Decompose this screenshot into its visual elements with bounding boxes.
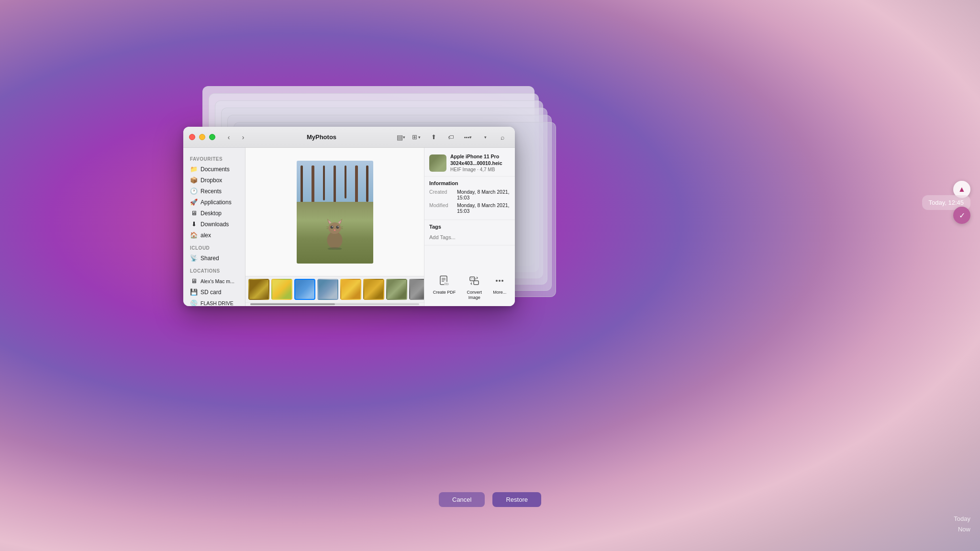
- sidebar-item-recents[interactable]: 🕐 Recents: [185, 186, 243, 197]
- documents-icon: 📁: [190, 165, 198, 173]
- share-icon: ⬆: [431, 133, 436, 141]
- restore-button[interactable]: Restore: [492, 492, 541, 507]
- view-list-button[interactable]: ▤ ▾: [394, 132, 408, 143]
- create-pdf-label: Create PDF: [433, 290, 456, 295]
- modified-value: Monday, 8 March 2021, 15:03: [457, 202, 510, 214]
- sidebar-item-shared[interactable]: 📡 Shared: [185, 253, 243, 264]
- modified-row: Modified Monday, 8 March 2021, 15:03: [429, 202, 510, 214]
- info-panel: Apple iPhone 11 Pro 3024x403...00010.hei…: [424, 148, 515, 306]
- tree-3: [323, 165, 325, 200]
- tag-button[interactable]: 🏷: [444, 132, 457, 143]
- information-section: Information Created Monday, 8 March 2021…: [424, 176, 515, 220]
- more-chevron: ▾: [469, 135, 472, 140]
- create-pdf-button[interactable]: PDF Create PDF: [431, 274, 458, 302]
- forward-button[interactable]: ›: [237, 132, 249, 143]
- svg-point-15: [327, 247, 342, 250]
- today-label: Today: [954, 515, 970, 522]
- shared-icon: 📡: [190, 254, 198, 262]
- svg-point-9: [337, 226, 338, 227]
- thumbnail-5[interactable]: [340, 279, 361, 300]
- sidebar-item-desktop[interactable]: 🖥 Desktop: [185, 208, 243, 219]
- dropbox-icon: 📦: [190, 176, 198, 184]
- search-button[interactable]: ⌕: [496, 132, 509, 143]
- minimize-button[interactable]: [199, 134, 205, 140]
- finder-window: ‹ › MyPhotos ▤ ▾ ⊞ ▾ ⬆ 🏷: [183, 127, 515, 306]
- thumbnail-2[interactable]: [271, 279, 292, 300]
- sidebar-item-label: Recents: [200, 188, 222, 195]
- trees-layer: [297, 165, 373, 207]
- modified-label: Modified: [429, 202, 457, 214]
- sidebar: Favourites 📁 Documents 📦 Dropbox 🕐 Recen…: [183, 148, 245, 306]
- sidebar-item-flashdrive[interactable]: 💿 FLASH DRIVE: [185, 298, 243, 306]
- sidebar-item-label: FLASH DRIVE: [200, 300, 234, 306]
- thumbnail-8[interactable]: [409, 279, 424, 300]
- share-button[interactable]: ⬆: [427, 132, 440, 143]
- more-actions-label: More...: [493, 290, 506, 295]
- thumbnail-7[interactable]: [386, 279, 407, 300]
- home-icon: 🏠: [190, 231, 198, 239]
- tree-5: [345, 165, 346, 198]
- thumbnail-1[interactable]: [248, 279, 269, 300]
- more-actions-button[interactable]: More...: [491, 274, 508, 302]
- svg-point-25: [496, 280, 498, 282]
- forward-icon: ›: [242, 133, 245, 141]
- close-button[interactable]: [189, 134, 195, 140]
- svg-line-11: [326, 227, 328, 227]
- view-grid-icon: ⊞: [412, 133, 417, 141]
- created-value: Monday, 8 March 2021, 15:03: [457, 189, 510, 200]
- svg-point-1: [328, 222, 341, 234]
- horizontal-scrollbar[interactable]: [245, 302, 424, 306]
- svg-text:PDF: PDF: [445, 283, 449, 286]
- sidebar-item-sdcard[interactable]: 💾 SD card: [185, 287, 243, 298]
- sdcard-icon: 💾: [190, 288, 198, 296]
- tree-6: [355, 165, 358, 207]
- more-button[interactable]: ••• ▾: [461, 132, 475, 143]
- notification-time: Today, 12:45: [929, 199, 964, 206]
- locations-header: Locations: [183, 264, 245, 276]
- sidebar-item-dropbox[interactable]: 📦 Dropbox: [185, 175, 243, 186]
- file-type-size: HEIF Image · 4,7 MB: [450, 167, 510, 172]
- applications-icon: 🚀: [190, 198, 198, 206]
- back-button[interactable]: ‹: [223, 132, 234, 143]
- created-label: Created: [429, 189, 457, 200]
- maximize-button[interactable]: [209, 134, 215, 140]
- sidebar-item-mac[interactable]: 🖥 Alex's Mac m...: [185, 276, 243, 287]
- more-actions-icon: [495, 276, 504, 288]
- thumbnail-6[interactable]: [363, 279, 384, 300]
- window-title: MyPhotos: [249, 133, 394, 141]
- sidebar-item-applications[interactable]: 🚀 Applications: [185, 197, 243, 208]
- created-row: Created Monday, 8 March 2021, 15:03: [429, 189, 510, 200]
- scrollbar-track: [250, 303, 419, 305]
- tree-1: [301, 165, 303, 202]
- checkmark-icon: ✓: [959, 211, 965, 220]
- file-info-text: Apple iPhone 11 Pro 3024x403...00010.hei…: [450, 154, 510, 172]
- now-label: Now: [958, 526, 970, 533]
- desktop-icon: 🖥: [190, 209, 198, 217]
- sidebar-item-alex[interactable]: 🏠 alex: [185, 230, 243, 241]
- sidebar-item-documents[interactable]: 📁 Documents: [185, 164, 243, 175]
- scrollbar-thumb[interactable]: [250, 303, 335, 305]
- sidebar-item-label: Dropbox: [200, 177, 222, 184]
- convert-image-button[interactable]: ConvertImage: [465, 274, 484, 302]
- window-titlebar: ‹ › MyPhotos ▤ ▾ ⊞ ▾ ⬆ 🏷: [183, 127, 515, 148]
- view-options-button[interactable]: ▾: [479, 132, 492, 143]
- cancel-button[interactable]: Cancel: [439, 492, 485, 507]
- sidebar-item-label: Shared: [200, 255, 219, 262]
- thumbnail-3[interactable]: [294, 279, 315, 300]
- sidebar-item-label: Applications: [200, 199, 232, 206]
- svg-line-13: [341, 227, 343, 227]
- tree-4: [334, 165, 336, 205]
- view-grid-button[interactable]: ⊞ ▾: [410, 132, 423, 143]
- add-tags-input[interactable]: [429, 234, 510, 240]
- sidebar-item-downloads[interactable]: ⬇ Downloads: [185, 219, 243, 230]
- preview-area: [245, 148, 424, 276]
- thumbnail-4[interactable]: [317, 279, 338, 300]
- photo-preview[interactable]: [297, 161, 373, 264]
- icloud-header: iCloud: [183, 241, 245, 253]
- view-controls: ▤ ▾ ⊞ ▾: [394, 132, 423, 143]
- tag-icon: 🏷: [448, 134, 454, 141]
- search-icon: ⌕: [501, 133, 504, 141]
- tags-section: Tags: [424, 220, 515, 245]
- scroll-down-button[interactable]: ✓: [953, 207, 970, 224]
- svg-point-8: [332, 226, 333, 227]
